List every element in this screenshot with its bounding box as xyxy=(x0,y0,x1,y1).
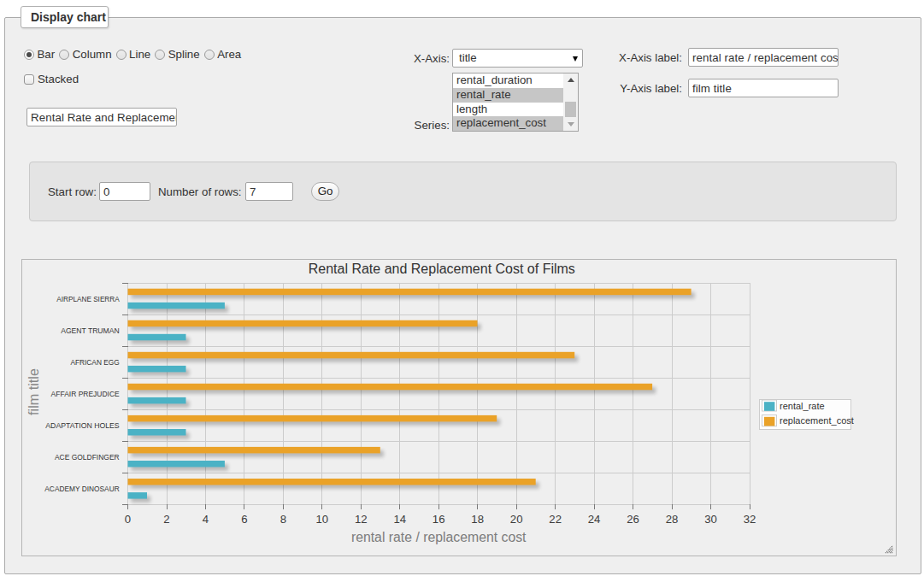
svg-text:AFRICAN EGG: AFRICAN EGG xyxy=(70,357,119,367)
svg-text:ADAPTATION HOLES: ADAPTATION HOLES xyxy=(45,420,119,430)
svg-text:24: 24 xyxy=(588,513,601,526)
svg-text:28: 28 xyxy=(666,513,679,526)
svg-text:film title: film title xyxy=(26,368,41,415)
svg-text:Rental Rate and Replacement Co: Rental Rate and Replacement Cost of Film… xyxy=(309,262,575,276)
svg-text:6: 6 xyxy=(241,513,247,526)
svg-text:14: 14 xyxy=(393,513,406,526)
svg-text:22: 22 xyxy=(549,513,562,526)
svg-text:4: 4 xyxy=(203,513,209,526)
svg-text:AIRPLANE SIERRA: AIRPLANE SIERRA xyxy=(56,294,120,303)
svg-text:ACE GOLDFINGER: ACE GOLDFINGER xyxy=(55,452,120,461)
svg-text:0: 0 xyxy=(125,513,131,526)
svg-text:30: 30 xyxy=(704,513,717,526)
svg-text:AGENT TRUMAN: AGENT TRUMAN xyxy=(61,326,120,335)
svg-text:20: 20 xyxy=(510,513,523,526)
svg-text:18: 18 xyxy=(471,513,484,526)
svg-text:8: 8 xyxy=(280,513,286,526)
svg-text:ACADEMY DINOSAUR: ACADEMY DINOSAUR xyxy=(44,484,119,493)
svg-text:16: 16 xyxy=(433,513,445,526)
svg-text:12: 12 xyxy=(355,513,368,526)
svg-text:AFFAIR PREJUDICE: AFFAIR PREJUDICE xyxy=(51,389,120,398)
svg-text:2: 2 xyxy=(163,513,169,526)
svg-text:26: 26 xyxy=(627,513,639,526)
svg-text:rental_rate: rental_rate xyxy=(780,401,825,411)
svg-text:32: 32 xyxy=(744,513,756,526)
svg-text:replacement_cost: replacement_cost xyxy=(780,415,854,426)
svg-text:10: 10 xyxy=(315,513,328,526)
svg-text:rental rate / replacement cost: rental rate / replacement cost xyxy=(351,530,527,544)
